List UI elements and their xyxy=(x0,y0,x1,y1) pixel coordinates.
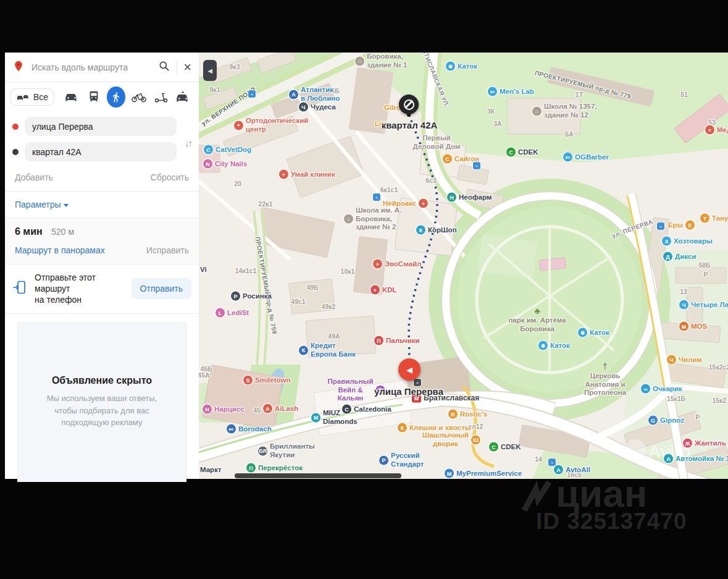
map-poi-ортодонтический-центр[interactable]: +Ортодонтический центр xyxy=(234,117,308,133)
map-poi-label: Мед xyxy=(717,125,728,134)
mode-scooter-button[interactable] xyxy=(150,85,172,109)
map-poi-mypremiumservice[interactable]: MMyPremiumService xyxy=(445,469,522,478)
map-poi-label: AvtoAll xyxy=(566,465,590,474)
fix-route-link[interactable]: Исправить xyxy=(146,245,189,255)
send-to-phone-icon xyxy=(12,279,28,298)
send-button[interactable]: Отправить xyxy=(132,278,191,299)
building-number: 51 xyxy=(680,91,688,98)
transit-stop-icon[interactable]: ▪ xyxy=(373,193,380,201)
school-icon: ⌂ xyxy=(344,214,353,224)
map-poi-русский-стандарт[interactable]: РРусский Стандарт xyxy=(379,452,424,468)
route-start-marker[interactable]: ◀ xyxy=(398,358,420,381)
map-poi-очкарик[interactable]: ∞Очкарик xyxy=(641,384,682,394)
map-poi-label: Дикси xyxy=(675,252,696,261)
route-end-marker[interactable] xyxy=(399,95,419,114)
map-poi-borodach[interactable]: ✂Borodach xyxy=(227,425,272,434)
map-poi-атлантик-в-люблино[interactable]: ААтлантик в Люблино xyxy=(289,86,340,103)
send-to-phone-text: Отправьте этот маршрут на телефон xyxy=(35,272,132,306)
swap-route-icon[interactable]: ↓↑ xyxy=(185,138,191,148)
map-bottom-scrollbar[interactable] xyxy=(235,473,401,478)
close-icon[interactable]: × xyxy=(183,61,191,74)
map-poi-школа-им-а-боровика-здание-2[interactable]: ⌂Школа им. А. Боровика, здание № 2 xyxy=(344,206,401,232)
map-poi-city-nails[interactable]: NCity Nails xyxy=(203,159,247,169)
map-poi-avtoall[interactable]: АAvtoAll xyxy=(554,465,590,475)
map-poi-каток[interactable]: ❄Каток xyxy=(538,341,570,350)
params-label: Параметры xyxy=(15,200,61,209)
map-poi-тануки[interactable]: ТТануки xyxy=(700,214,728,223)
map-poi-каток[interactable]: ❄Каток xyxy=(578,328,609,337)
map-poi-kdl[interactable]: +KDL xyxy=(370,285,397,295)
map-poi-перекрёсток[interactable]: ППерекрёсток xyxy=(246,463,303,473)
params-toggle[interactable]: Параметры xyxy=(5,191,199,218)
route-from-input[interactable] xyxy=(25,117,177,136)
sidebar-collapse-button[interactable]: ◀ xyxy=(203,60,217,81)
map-poi-каток[interactable]: ❄Каток xyxy=(446,62,477,71)
map-poi-хозтовары[interactable]: ХХозтовары xyxy=(662,237,713,246)
map-poi-label: парк им. Артёма Боровика xyxy=(508,316,566,333)
map-poi-ogbarber[interactable]: ✂OGBarber xyxy=(563,153,609,162)
map-poi-men-s-lab[interactable]: ✂Men's Lab xyxy=(488,87,534,96)
map-poi-росинка[interactable]: РРосинка xyxy=(231,292,272,301)
map-poi-ailash[interactable]: AAiLash xyxy=(263,404,298,413)
search-input[interactable] xyxy=(30,62,158,73)
dentist-icon: S xyxy=(243,376,253,385)
map-poi-пальчики[interactable]: ППальчики xyxy=(374,336,420,345)
map-poi-label: Боровика, здание № 1 xyxy=(367,53,407,69)
building-number: 15к2 xyxy=(713,397,727,404)
add-point-button[interactable]: Добавить xyxy=(15,172,53,182)
search-icon[interactable] xyxy=(158,60,170,75)
map-poi-чудеса[interactable]: ЧЧудеса xyxy=(299,103,336,112)
map-poi-неофарм[interactable]: ННеофарм xyxy=(447,193,492,202)
map-poi-шашлычный-дворик[interactable]: Шашлычный дворикШ xyxy=(422,431,480,448)
mode-all-label: Все xyxy=(33,92,48,102)
map-poi-маркт[interactable]: Маркт xyxy=(200,466,222,475)
map-poi-cdek[interactable]: CCDEK xyxy=(506,148,538,157)
transit-stop-icon[interactable]: ▪ xyxy=(248,90,256,98)
map-poi-gipnoz[interactable]: GGipnoz xyxy=(648,416,684,425)
reset-route-button[interactable]: Сбросить xyxy=(151,172,189,182)
map-poi-парк-им-артёма-боровика[interactable]: ♣парк им. Артёма Боровика xyxy=(508,306,566,333)
map-poi-первый-деловой-дом[interactable]: Первый Деловой Дом xyxy=(413,134,461,151)
map-poi-автомойка-1[interactable]: ААвтомойка № 1 xyxy=(664,454,728,463)
map-poi-дикси[interactable]: ДДикси xyxy=(663,252,696,261)
map-poi-школа-1357-здание-12[interactable]: ⌂Школа № 1357, здание № 12 xyxy=(532,103,597,119)
mode-transit-button[interactable] xyxy=(83,85,105,109)
map-poi-ledist[interactable]: LLediSt xyxy=(215,308,249,318)
map-poi-vi[interactable]: Vi xyxy=(200,266,207,274)
map-poi-сайгон[interactable]: ССайгон xyxy=(443,154,480,164)
mode-bike-button[interactable] xyxy=(128,85,150,109)
map-poi-label: Шашлычный дворик xyxy=(422,431,469,448)
map-poi-catvetdog[interactable]: CCatVetDog xyxy=(204,145,251,154)
map-poi-чилим[interactable]: ЧЧилим xyxy=(667,355,702,365)
ad-hidden-card: Объявление скрыто Мы используем ваши отв… xyxy=(17,323,186,482)
map-poi-нарцисс[interactable]: ННарцисс xyxy=(203,405,245,414)
map-poi-cdek[interactable]: CCDEK xyxy=(489,442,521,452)
map-poi-мед[interactable]: +Мед xyxy=(705,125,728,135)
map-poi-бриллианты-якутии[interactable]: БЯБриллианты Якутии xyxy=(258,442,315,459)
map-poi-rostic-s[interactable]: RRostic's xyxy=(448,410,487,419)
map-poi-ерш[interactable]: ЕршЕ xyxy=(668,221,695,230)
mode-pedestrian-button[interactable] xyxy=(107,87,125,108)
map-poi-коршоп[interactable]: ККорШоп xyxy=(416,226,457,235)
map-poi-mos[interactable]: MMOS xyxy=(679,322,707,331)
store-icon: Ч xyxy=(299,103,308,112)
mode-car-button[interactable] xyxy=(61,85,83,109)
mode-taxi-button[interactable] xyxy=(172,85,194,109)
maps-app: × Все xyxy=(5,53,728,479)
map-poi-жантиль[interactable]: ЖЖантиль xyxy=(683,439,726,448)
map-poi-smiletown[interactable]: SSmiletown xyxy=(243,376,291,385)
map-poi-умай-клиник[interactable]: +Умай клиник xyxy=(279,170,335,179)
map-poi-клешни-и-хвосты[interactable]: ККлешни и хвосты xyxy=(398,423,471,433)
map-poi-четыре-лапы[interactable]: ЧЧетыре Лапы xyxy=(679,300,728,310)
transit-stop-icon[interactable]: ▪ xyxy=(414,379,421,386)
map-poi-кредит-европа-банк[interactable]: ККредит Европа Банк xyxy=(299,342,356,358)
map-poi-эвосмайл[interactable]: +ЭвоСмайл xyxy=(373,260,422,269)
panoramas-link[interactable]: Маршрут в панорамах xyxy=(15,245,105,255)
map-poi-боровика-здание-1[interactable]: ⌂Боровика, здание № 1 xyxy=(355,53,407,69)
transit-stop-icon[interactable]: ▪ xyxy=(657,222,664,230)
map-poi-церковь-анатолия-и-протолеона[interactable]: †Церковь Анатолия и Протолеона xyxy=(584,361,626,397)
mode-all-button[interactable]: Все xyxy=(10,88,54,106)
map-canvas[interactable]: Avito ул. ВЕРХНИЕ ПОЛЯБРАТИСЛАВСКАЯ УЛ.П… xyxy=(199,53,728,479)
map-poi-calzedonia[interactable]: CCalzedonia xyxy=(342,405,391,414)
route-to-input[interactable] xyxy=(25,142,177,161)
